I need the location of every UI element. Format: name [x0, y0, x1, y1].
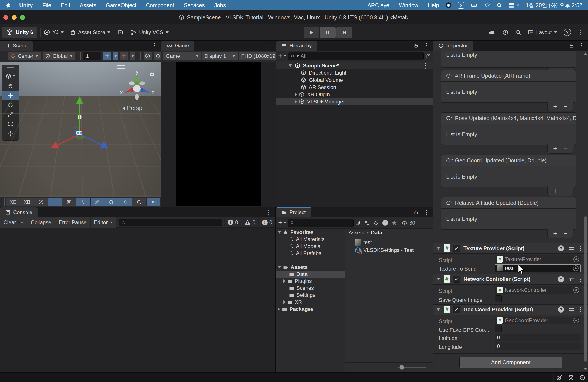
- component-header-network-controller[interactable]: # ✓ Network Controller (Script) ? ⋮: [433, 274, 588, 285]
- console-log-area[interactable]: [0, 228, 275, 372]
- hierarchy-row-selected[interactable]: VLSDKManager: [276, 98, 433, 105]
- hand-tool[interactable]: [2, 81, 19, 90]
- folder-row-selected[interactable]: Data: [276, 271, 345, 278]
- hierarchy-lock-icon[interactable]: [414, 43, 419, 48]
- hierarchy-row[interactable]: Global Volume: [276, 76, 433, 84]
- overlay-settings-toggle[interactable]: [76, 198, 90, 206]
- menu-bar-clock[interactable]: 1월 20일 (화) 오후 2:52: [526, 2, 582, 9]
- hierarchy-row[interactable]: AR Session: [276, 84, 433, 91]
- grid-size-input[interactable]: 1: [83, 52, 101, 60]
- collapse-button[interactable]: Collapse: [27, 217, 55, 228]
- menu-edit[interactable]: Edit: [56, 2, 75, 8]
- control-center-icon[interactable]: [509, 3, 514, 8]
- cloud-icon[interactable]: [488, 29, 496, 36]
- tab-inspector[interactable]: Inspector: [433, 41, 473, 51]
- file-row[interactable]: {} VLSDKSettings - Test: [345, 247, 433, 254]
- add-component-button[interactable]: Add Component: [459, 357, 562, 368]
- orientation-dropdown[interactable]: Global: [42, 52, 75, 60]
- search-toggle[interactable]: [132, 198, 146, 206]
- menu-help[interactable]: Help: [423, 2, 444, 8]
- xe-toggle[interactable]: XE: [6, 198, 20, 206]
- longitude-field[interactable]: 0: [495, 342, 581, 350]
- compass-toggle[interactable]: [34, 198, 47, 206]
- pan-toggle[interactable]: [147, 198, 160, 206]
- error-pause-button[interactable]: Error Pause: [55, 217, 90, 228]
- move-gizmo-toggle[interactable]: [48, 198, 62, 206]
- search-by-label-icon[interactable]: [373, 220, 379, 226]
- display-dropdown[interactable]: Display 1: [202, 52, 238, 60]
- play-button[interactable]: [304, 27, 319, 38]
- tab-hierarchy[interactable]: Hierarchy: [276, 41, 317, 51]
- camera-settings-button[interactable]: [153, 52, 161, 60]
- script-object-field[interactable]: # TextureProvider: [495, 255, 581, 263]
- object-picker-icon[interactable]: [573, 318, 579, 323]
- tool-overlay-dropdown[interactable]: [2, 71, 19, 81]
- remove-event-button[interactable]: −: [564, 188, 567, 195]
- search-by-import-log-icon[interactable]: !: [382, 220, 388, 226]
- scroll-down-icon[interactable]: [584, 368, 587, 370]
- favorite-item[interactable]: All Prefabs: [276, 250, 345, 257]
- debugger-detached-icon[interactable]: [553, 373, 565, 382]
- breadcrumb-assets[interactable]: Assets: [349, 230, 364, 236]
- component-enabled-checkbox[interactable]: ✓: [453, 306, 460, 313]
- create-asset-button[interactable]: +: [278, 220, 286, 226]
- warning-count[interactable]: 0: [241, 217, 258, 228]
- object-picker-icon[interactable]: [573, 256, 579, 262]
- grid-snap-button[interactable]: [103, 52, 111, 60]
- project-more-icon[interactable]: ⋮: [423, 209, 430, 216]
- object-picker-icon[interactable]: [573, 266, 579, 271]
- inspector-scrollbar[interactable]: [583, 51, 588, 372]
- rect-tool[interactable]: [2, 119, 19, 129]
- foldout-open-icon[interactable]: [437, 278, 440, 280]
- foldout-open-icon[interactable]: [437, 308, 440, 311]
- presets-icon[interactable]: [568, 307, 574, 313]
- hierarchy-row[interactable]: XR Origin: [276, 91, 433, 98]
- component-more-icon[interactable]: ⋮: [577, 306, 584, 313]
- unity-version-badge[interactable]: Unity 6: [2, 27, 37, 38]
- editor-dropdown[interactable]: Editor: [90, 217, 116, 228]
- console-search-input[interactable]: [119, 219, 222, 226]
- pause-button[interactable]: [320, 27, 336, 38]
- menu-arc-eye[interactable]: ARC eye: [363, 2, 394, 8]
- component-help-icon[interactable]: ?: [558, 276, 564, 282]
- scene-viewport[interactable]: y x z Persp: [0, 62, 161, 197]
- cache-server-disconnected-icon[interactable]: [565, 373, 577, 382]
- apple-menu-icon[interactable]: [6, 2, 11, 8]
- error-count[interactable]: !0: [258, 217, 275, 228]
- viewport-overlay-handle[interactable]: [117, 66, 125, 68]
- spotlight-search-icon[interactable]: [497, 3, 502, 8]
- step-button[interactable]: [336, 27, 352, 38]
- scene-root-more-icon[interactable]: ⋮: [422, 62, 429, 69]
- search-icon[interactable]: [515, 29, 521, 35]
- notion-icon[interactable]: N: [458, 2, 464, 8]
- use-fake-gps-checkbox[interactable]: [495, 325, 502, 332]
- menu-window[interactable]: Window: [394, 2, 423, 8]
- inspector-more-icon[interactable]: ⋮: [578, 42, 585, 49]
- menu-unity[interactable]: Unity: [14, 2, 38, 8]
- project-lock-icon[interactable]: [414, 210, 419, 215]
- folder-row[interactable]: XR: [276, 299, 345, 306]
- component-header-geo-coord-provider[interactable]: # ✓ Geo Coord Provider (Script) ? ⋮: [433, 304, 588, 315]
- add-event-button[interactable]: +: [553, 188, 557, 195]
- remove-event-button[interactable]: −: [564, 145, 567, 152]
- tab-project[interactable]: Project: [276, 207, 311, 217]
- foldout-closed-icon[interactable]: [295, 100, 297, 103]
- game-more-icon[interactable]: ⋮: [267, 42, 273, 49]
- component-enabled-checkbox[interactable]: ✓: [453, 245, 460, 252]
- component-help-icon[interactable]: ?: [558, 307, 564, 313]
- menu-assets[interactable]: Assets: [75, 2, 101, 8]
- scale-tool[interactable]: [2, 110, 19, 119]
- favorites-row[interactable]: Favorites: [276, 229, 345, 236]
- light-probe-toggle[interactable]: [118, 198, 132, 206]
- grid-toggle[interactable]: [90, 198, 104, 206]
- resolution-dropdown[interactable]: FHD (1080x19: [239, 52, 276, 60]
- bottom-toolbar-handle[interactable]: [2, 199, 5, 206]
- console-more-icon[interactable]: ⋮: [266, 209, 272, 216]
- screen-record-icon[interactable]: [446, 2, 451, 8]
- assets-root-row[interactable]: Assets: [276, 264, 345, 271]
- script-object-field[interactable]: # GeoCoordProvider: [495, 316, 581, 324]
- favorite-item[interactable]: All Materials: [276, 236, 345, 243]
- folder-row[interactable]: Plugins: [276, 278, 345, 285]
- zoom-slider-thumb[interactable]: [399, 365, 404, 370]
- scroll-up-icon[interactable]: [584, 52, 587, 55]
